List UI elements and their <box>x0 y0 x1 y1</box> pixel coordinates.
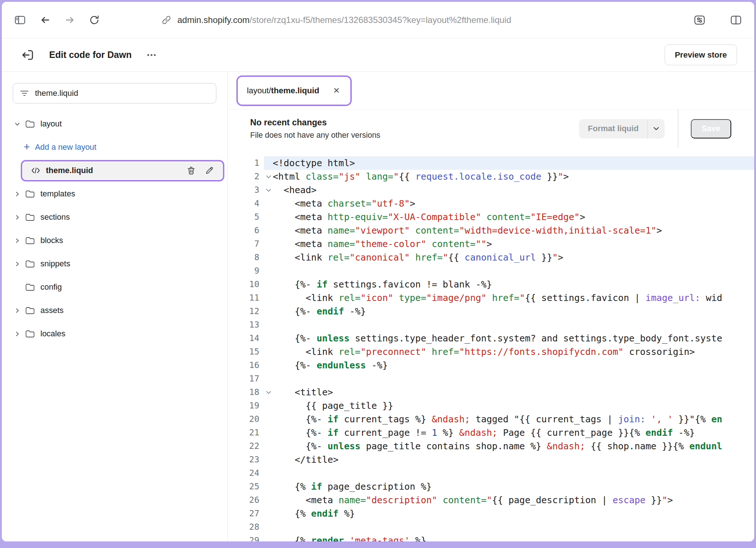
file-search[interactable] <box>13 83 216 103</box>
code-text: <meta name="theme-color" content=""> <box>273 237 492 251</box>
forward-icon[interactable] <box>64 14 76 26</box>
code-line: 8 <link rel="canonical" href="{{ canonic… <box>228 251 754 264</box>
code-text: <title> <box>273 385 333 399</box>
fold-spacer <box>264 372 273 385</box>
chevron-down-icon <box>14 121 20 127</box>
code-text: <html class="js" lang="{{ request.locale… <box>273 170 569 183</box>
rename-file-icon[interactable] <box>205 166 214 175</box>
sidebar-item-config[interactable]: config <box>2 275 227 299</box>
sidebar-item-snippets[interactable]: snippets <box>2 252 227 275</box>
sidebar-item-layout[interactable]: layout <box>2 112 227 136</box>
fold-toggle-icon[interactable] <box>264 183 273 197</box>
code-editor[interactable]: 1<!doctype html>2<html class="js" lang="… <box>228 148 754 541</box>
code-text: <meta charset="utf-8"> <box>273 197 415 210</box>
line-number: 26 <box>228 493 264 507</box>
reload-icon[interactable] <box>88 14 100 26</box>
line-number: 10 <box>228 278 264 291</box>
tree-item-label: snippets <box>40 259 70 269</box>
folder-icon <box>25 236 35 245</box>
add-new-layout-button[interactable]: +Add a new layout <box>2 136 227 159</box>
tab-file-name: theme.liquid <box>271 86 319 95</box>
folder-icon <box>25 306 35 315</box>
preview-store-button[interactable]: Preview store <box>665 44 737 65</box>
code-text: {%- if current_tags %} &ndash; tagged "{… <box>273 412 722 426</box>
line-number: 6 <box>228 224 264 237</box>
fold-toggle-icon[interactable] <box>264 170 273 183</box>
line-number: 8 <box>228 251 264 264</box>
code-text: {% if page_description %} <box>273 480 432 493</box>
back-icon[interactable] <box>39 14 51 26</box>
page-settings-icon[interactable] <box>693 13 706 27</box>
code-line: 21 {%- if current_page != 1 %} &ndash; P… <box>228 426 754 439</box>
line-number: 4 <box>228 197 264 210</box>
code-text: <meta name="description" content="{{ pag… <box>273 493 673 507</box>
line-number: 15 <box>228 345 264 359</box>
code-line: 26 <meta name="description" content="{{ … <box>228 493 754 507</box>
tab-layout-theme-liquid[interactable]: layout/theme.liquid ✕ <box>241 80 347 102</box>
sidebar-item-blocks[interactable]: blocks <box>2 229 227 252</box>
code-line: 11 <link rel="icon" type="image/png" hre… <box>228 291 754 305</box>
sidebar-item-assets[interactable]: assets <box>2 299 227 322</box>
code-line: 22 {%- unless page_title contains shop.n… <box>228 439 754 453</box>
code-line: 24 <box>228 466 754 480</box>
tree-item-label: config <box>40 282 62 292</box>
tree-item-label: templates <box>40 189 75 199</box>
code-text: <meta http-equiv="X-UA-Compatible" conte… <box>273 210 585 224</box>
format-liquid-button[interactable]: Format liquid <box>579 119 647 138</box>
url-path: /store/rzq1xu-f5/themes/132683530345?key… <box>249 15 511 25</box>
split-view-icon[interactable] <box>729 13 743 27</box>
code-line: 7 <meta name="theme-color" content=""> <box>228 237 754 251</box>
code-text: {%- if current_page != 1 %} &ndash; Page… <box>273 426 695 439</box>
code-text: <head> <box>273 183 316 197</box>
fold-spacer <box>264 439 273 453</box>
save-button[interactable]: Save <box>691 119 731 138</box>
line-number: 12 <box>228 305 264 318</box>
tree-item-label: assets <box>40 306 64 315</box>
code-line: 15 <link rel="preconnect" href="https://… <box>228 345 754 359</box>
chevron-right-icon <box>14 308 20 314</box>
tab-strip: layout/theme.liquid ✕ <box>228 72 754 110</box>
code-text: <link rel="preconnect" href="https://fon… <box>273 345 695 359</box>
code-line: 2<html class="js" lang="{{ request.local… <box>228 170 754 183</box>
line-number: 13 <box>228 318 264 332</box>
line-number: 19 <box>228 399 264 412</box>
sidebar-toggle-icon[interactable] <box>13 13 27 27</box>
plus-icon: + <box>24 142 30 152</box>
code-line: 13 <box>228 318 754 332</box>
folder-icon <box>25 260 35 268</box>
fold-spacer <box>264 264 273 278</box>
code-text: {%- endif -%} <box>273 305 366 318</box>
code-text: <link rel="icon" type="image/png" href="… <box>273 291 722 305</box>
fold-spacer <box>264 534 273 541</box>
sidebar-item-sections[interactable]: sections <box>2 206 227 229</box>
line-number: 27 <box>228 507 264 520</box>
format-dropdown-button[interactable] <box>648 119 665 138</box>
fold-spacer <box>264 305 273 318</box>
sidebar-item-locales[interactable]: locales <box>2 322 227 345</box>
file-sidebar: layout+Add a new layouttheme.liquidtempl… <box>2 72 228 541</box>
tab-close-icon[interactable]: ✕ <box>330 85 343 96</box>
chevron-down-icon <box>653 126 659 131</box>
search-input[interactable] <box>35 89 209 98</box>
tree-item-label: locales <box>40 329 65 338</box>
url-bar[interactable]: admin.shopify.com/store/rzq1xu-f5/themes… <box>161 15 511 25</box>
code-line: 9 <box>228 264 754 278</box>
fold-spacer <box>264 251 273 264</box>
more-menu-icon[interactable] <box>145 49 158 61</box>
line-number: 9 <box>228 264 264 278</box>
chevron-right-icon <box>14 238 20 244</box>
chevron-spacer <box>14 284 20 290</box>
fold-spacer <box>264 156 273 170</box>
fold-spacer <box>264 332 273 345</box>
sidebar-item-templates[interactable]: templates <box>2 182 227 206</box>
file-annotation-ring: theme.liquid <box>21 160 224 181</box>
exit-icon[interactable] <box>21 48 35 62</box>
code-text: {% render 'meta-tags' %} <box>273 534 426 541</box>
delete-file-icon[interactable] <box>186 166 196 175</box>
fold-spacer <box>264 345 273 359</box>
folder-icon <box>25 213 35 222</box>
fold-spacer <box>264 291 273 305</box>
code-line: 3 <head> <box>228 183 754 197</box>
fold-toggle-icon[interactable] <box>264 385 273 399</box>
selected-file-row[interactable]: theme.liquid <box>23 162 222 179</box>
